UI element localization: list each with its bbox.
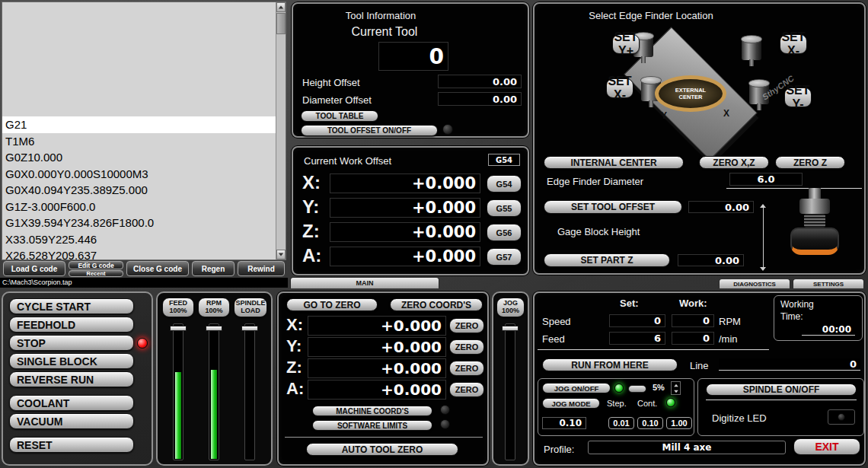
- line-value[interactable]: 0: [719, 358, 860, 371]
- feedhold-button[interactable]: FEEDHOLD: [9, 317, 134, 333]
- stop-button[interactable]: STOP: [9, 335, 134, 351]
- machine-coords-button[interactable]: MACHINE COORD'S: [312, 406, 432, 416]
- speed-set-value[interactable]: 0: [609, 314, 665, 327]
- gcode-line[interactable]: G1Z-3.000F600.0: [2, 199, 276, 215]
- dro-z-value[interactable]: +0.000: [308, 358, 446, 378]
- height-offset-value[interactable]: 0.00: [438, 75, 522, 88]
- jog-speed-stepper[interactable]: [671, 381, 681, 395]
- edit-gcode-button[interactable]: Edit G code: [69, 261, 123, 269]
- tab-main[interactable]: MAIN: [290, 277, 439, 288]
- spindle-onoff-button[interactable]: SPINDLE ON/OFF: [706, 384, 857, 396]
- gcode-scrollbar[interactable]: [276, 2, 286, 259]
- diameter-offset-value[interactable]: 0.00: [438, 92, 522, 106]
- jog-speed-slider[interactable]: [628, 385, 646, 393]
- coolant-button[interactable]: COOLANT: [9, 395, 134, 411]
- tool-table-button[interactable]: TOOL TABLE: [301, 110, 378, 122]
- scrollbar-thumb[interactable]: [276, 13, 286, 34]
- dro-a-value[interactable]: +0.000: [308, 380, 446, 400]
- feed-override-slider[interactable]: [173, 323, 183, 460]
- step-1.00-button[interactable]: 1.00: [666, 417, 692, 429]
- work-offset-y-value[interactable]: +0.000: [330, 198, 480, 218]
- step-0.10-button[interactable]: 0.10: [637, 417, 663, 429]
- zero-x-button[interactable]: ZERO: [449, 318, 484, 333]
- g57-button[interactable]: G57: [487, 248, 522, 266]
- rewind-button[interactable]: Rewind: [238, 261, 285, 276]
- digitize-led: [838, 413, 845, 421]
- jog-override-label: JOG100%: [496, 298, 525, 317]
- recent-gcode-button[interactable]: Recent: [69, 270, 123, 277]
- tool-offset-onoff-button[interactable]: TOOL OFFSET ON/OFF: [301, 125, 438, 136]
- dro-axis-x: X:: [286, 315, 303, 335]
- work-offset-z-value[interactable]: +0.000: [330, 222, 480, 242]
- part-z-value[interactable]: 0.00: [678, 254, 744, 266]
- regen-button[interactable]: Regen: [192, 261, 235, 276]
- gcode-line[interactable]: G1X39.594Y234.826F1800.0: [2, 215, 276, 231]
- gcode-line[interactable]: X33.059Y225.446: [2, 231, 276, 248]
- gcode-line[interactable]: X26.528Y209.637: [2, 247, 276, 260]
- reset-button[interactable]: RESET: [9, 437, 134, 453]
- dro-axis-z: Z:: [286, 358, 302, 377]
- software-limits-button[interactable]: SOFTWARE LIMITS: [312, 420, 432, 431]
- set-y-plus-button[interactable]: SETY+: [612, 34, 640, 54]
- stop-led: [137, 338, 148, 349]
- set-part-z-button[interactable]: SET PART Z: [544, 253, 670, 267]
- work-offset-title: Current Work Offset: [304, 155, 391, 167]
- feed-set-value[interactable]: 6: [609, 332, 665, 345]
- tab-settings[interactable]: SETTINGS: [793, 279, 864, 288]
- current-tool-value[interactable]: 0: [378, 42, 448, 71]
- goto-zero-button[interactable]: GO TO ZERO: [286, 298, 378, 311]
- external-center-button[interactable]: EXTERNAL CENTER: [655, 75, 726, 112]
- set-y-minus-button[interactable]: SETY-: [784, 88, 812, 107]
- set-x-minus-top-button[interactable]: SETX-: [780, 34, 807, 54]
- jog-mode-button[interactable]: JOG MODE: [542, 398, 600, 409]
- load-gcode-button[interactable]: Load G code: [3, 261, 65, 276]
- jog-slider-handle[interactable]: [502, 326, 519, 331]
- single-block-button[interactable]: SINGLE BLOCK: [9, 353, 134, 369]
- profile-value[interactable]: Mill 4 axe: [588, 441, 786, 454]
- zero-z-dro-button[interactable]: ZERO: [449, 361, 484, 376]
- spindle-load-label: SPINDLELOAD: [234, 298, 267, 317]
- step-size-value[interactable]: 0.10: [542, 417, 586, 429]
- set-x-minus-left-button[interactable]: SETX-: [606, 78, 633, 98]
- exit-button[interactable]: EXIT: [793, 438, 860, 455]
- gcode-lines[interactable]: G21 T1M6 G0Z10.000 G0X0.000Y0.000S10000M…: [2, 116, 276, 260]
- edge-finder-diameter-value[interactable]: 6.0: [729, 173, 803, 186]
- gcode-line-current[interactable]: G21: [2, 116, 276, 133]
- gcode-line[interactable]: T1M6: [2, 133, 276, 150]
- tab-diagnostics[interactable]: DIAGNOSTICS: [719, 279, 790, 288]
- vacuum-button[interactable]: VACUUM: [9, 413, 134, 429]
- g56-button[interactable]: G56: [487, 224, 522, 241]
- rpm-slider-handle[interactable]: [206, 326, 222, 331]
- g54-button[interactable]: G54: [487, 175, 522, 193]
- zero-a-button[interactable]: ZERO: [449, 382, 484, 397]
- scroll-down-icon[interactable]: [276, 250, 286, 259]
- cycle-start-button[interactable]: CYCLE START: [9, 298, 134, 314]
- jog-override-slider[interactable]: [505, 323, 515, 460]
- stepper-up-icon[interactable]: [674, 384, 678, 387]
- run-from-here-button[interactable]: RUN FROM HERE: [542, 358, 678, 371]
- zero-coords-button[interactable]: ZERO COORD'S: [390, 298, 483, 311]
- jog-onoff-button[interactable]: JOG ON/OFF: [542, 383, 611, 393]
- feed-slider-handle[interactable]: [170, 326, 187, 331]
- dro-x-value[interactable]: +0.000: [308, 316, 446, 336]
- gcode-line[interactable]: G0Z10.000: [2, 149, 276, 166]
- auto-tool-zero-button[interactable]: AUTO TOOL ZERO: [306, 443, 458, 456]
- work-offset-a-value[interactable]: +0.000: [330, 247, 480, 266]
- rpm-override-slider[interactable]: [209, 323, 219, 460]
- zero-y-button[interactable]: ZERO: [449, 339, 484, 355]
- step-0.01-button[interactable]: 0.01: [608, 417, 634, 429]
- work-offset-x-value[interactable]: +0.000: [330, 174, 480, 193]
- close-gcode-button[interactable]: Close G code: [126, 261, 189, 276]
- set-tool-offset-button[interactable]: SET TOOL OFFSET: [544, 200, 682, 214]
- zero-z-button[interactable]: ZERO Z: [775, 156, 845, 169]
- g55-button[interactable]: G55: [487, 199, 522, 217]
- zero-xz-button[interactable]: ZERO X,Z: [699, 156, 769, 169]
- dro-y-value[interactable]: +0.000: [308, 337, 446, 357]
- gcode-line[interactable]: G0X40.094Y235.389Z5.000: [2, 182, 276, 199]
- internal-center-button[interactable]: INTERNAL CENTER: [544, 156, 684, 169]
- reverse-run-button[interactable]: REVERSE RUN: [9, 371, 134, 387]
- stepper-down-icon[interactable]: [674, 390, 678, 393]
- scroll-up-icon[interactable]: [276, 2, 286, 12]
- gcode-line[interactable]: G0X0.000Y0.000S10000M3: [2, 166, 276, 183]
- tool-offset-value[interactable]: 0.00: [688, 201, 754, 213]
